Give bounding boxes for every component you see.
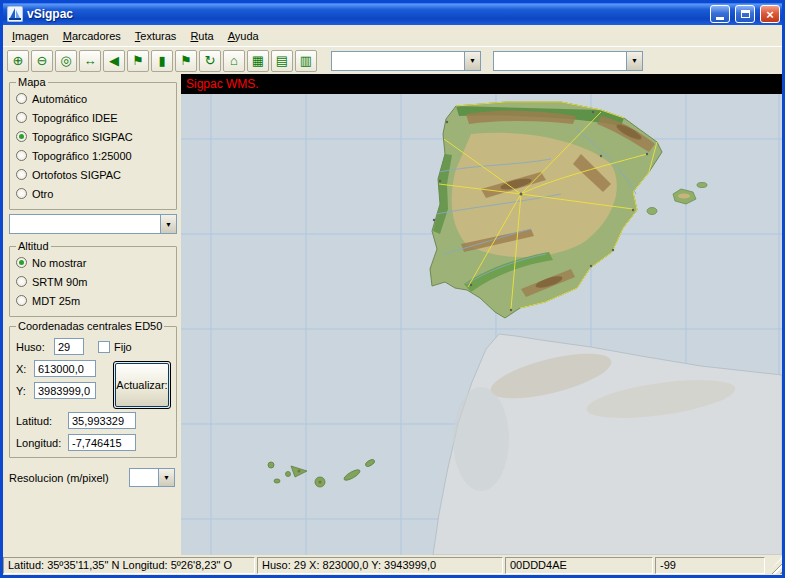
option-label: Topográfico 1:25000 xyxy=(32,150,132,162)
mapa-option-otro[interactable]: Otro xyxy=(16,184,170,203)
resize-grip[interactable] xyxy=(767,557,782,574)
latitud-label: Latitud: xyxy=(16,415,64,427)
menu-imagen[interactable]: Imagen xyxy=(5,28,56,44)
previous-view-button[interactable]: ◀ xyxy=(103,50,125,72)
map-source-combo[interactable]: ▼ xyxy=(9,214,177,234)
huso-label: Huso: xyxy=(16,341,50,353)
radio-icon xyxy=(16,188,27,199)
latitud-input[interactable] xyxy=(68,412,136,429)
fijo-checkbox[interactable] xyxy=(98,341,110,353)
radio-checked-icon xyxy=(16,257,27,268)
maximize-icon xyxy=(741,10,750,18)
toolbar-combo-2[interactable]: ▼ xyxy=(493,51,643,71)
menu-bar: Imagen Marcadores Texturas Ruta Ayuda xyxy=(3,25,782,46)
radio-icon xyxy=(16,276,27,287)
option-label: Topográfico IDEE xyxy=(32,112,118,124)
refresh-icon: ↻ xyxy=(205,53,216,68)
resolucion-combo-value xyxy=(130,469,158,486)
y-input[interactable] xyxy=(34,382,96,399)
home-button[interactable]: ⌂ xyxy=(223,50,245,72)
altitud-option-no-mostrar[interactable]: No mostrar xyxy=(16,253,170,272)
export-button[interactable]: ▥ xyxy=(295,50,317,72)
print-button[interactable]: ▤ xyxy=(271,50,293,72)
chevron-down-icon[interactable]: ▼ xyxy=(626,52,642,70)
status-cursor-latlon: Latitud: 35º35'11,35" N Longitud: 5º26'8… xyxy=(3,557,255,574)
zoom-in-icon: ⊕ xyxy=(13,53,24,68)
option-label: SRTM 90m xyxy=(32,276,87,288)
save-button[interactable]: ▦ xyxy=(247,50,269,72)
markers-icon: ⚑ xyxy=(180,53,192,68)
x-label: X: xyxy=(16,363,30,375)
zoom-select-icon: ◎ xyxy=(60,53,71,68)
map-area: Sigpac WMS. xyxy=(181,74,782,555)
menu-marcadores[interactable]: Marcadores xyxy=(56,28,128,44)
chevron-down-icon[interactable]: ▼ xyxy=(464,52,480,70)
resolucion-row: Resolucion (m/pixel) ▼ xyxy=(9,468,177,487)
map-status-strip: Sigpac WMS. xyxy=(181,74,782,94)
altitud-groupbox: Altitud No mostrar SRTM 90m MDT 25m xyxy=(9,240,177,317)
longitud-input[interactable] xyxy=(68,434,136,451)
sidebar: Mapa Automático Topográfico IDEE Topográ… xyxy=(3,74,181,555)
status-bar: Latitud: 35º35'11,35" N Longitud: 5º26'8… xyxy=(3,555,782,575)
content-area: Mapa Automático Topográfico IDEE Topográ… xyxy=(3,74,782,555)
wms-layer-label: Sigpac WMS. xyxy=(186,77,259,91)
option-label: Otro xyxy=(32,188,53,200)
mapa-option-topografico-idee[interactable]: Topográfico IDEE xyxy=(16,108,170,127)
window-title: vSigpac xyxy=(27,7,705,21)
x-input[interactable] xyxy=(34,360,96,377)
mapa-option-topografico-25000[interactable]: Topográfico 1:25000 xyxy=(16,146,170,165)
refresh-button[interactable]: ↻ xyxy=(199,50,221,72)
option-label: Topográfico SIGPAC xyxy=(32,131,133,143)
resolucion-combo[interactable]: ▼ xyxy=(129,468,175,487)
fijo-label: Fijo xyxy=(114,341,132,353)
minimize-button[interactable] xyxy=(710,5,730,23)
mapa-option-ortofotos-sigpac[interactable]: Ortofotos SIGPAC xyxy=(16,165,170,184)
mapa-option-topografico-sigpac[interactable]: Topográfico SIGPAC xyxy=(16,127,170,146)
combo-2-value xyxy=(494,52,626,70)
combo-1-value xyxy=(332,52,464,70)
title-bar[interactable]: vSigpac × xyxy=(3,3,782,25)
pause-button[interactable]: ▮ xyxy=(151,50,173,72)
zoom-out-icon: ⊖ xyxy=(37,53,48,68)
altitud-option-srtm-90m[interactable]: SRTM 90m xyxy=(16,272,170,291)
mapa-legend: Mapa xyxy=(16,76,48,88)
chevron-down-icon[interactable]: ▼ xyxy=(160,215,176,233)
menu-ruta[interactable]: Ruta xyxy=(183,28,220,44)
altitud-option-mdt-25m[interactable]: MDT 25m xyxy=(16,291,170,310)
menu-ayuda[interactable]: Ayuda xyxy=(221,28,266,44)
markers-button[interactable]: ⚑ xyxy=(175,50,197,72)
status-misc-value: -99 xyxy=(655,557,765,574)
pan-button[interactable]: ↔ xyxy=(79,50,101,72)
zoom-in-button[interactable]: ⊕ xyxy=(7,50,29,72)
toolbar-combo-1[interactable]: ▼ xyxy=(331,51,481,71)
mapa-option-automatico[interactable]: Automático xyxy=(16,89,170,108)
save-icon: ▦ xyxy=(252,53,264,68)
altitud-legend: Altitud xyxy=(16,240,51,252)
actualizar-button[interactable]: Actualizar: xyxy=(115,363,169,407)
add-marker-button[interactable]: ⚑ xyxy=(127,50,149,72)
app-logo-icon xyxy=(7,6,23,22)
y-label: Y: xyxy=(16,385,30,397)
menu-texturas[interactable]: Texturas xyxy=(128,28,184,44)
maximize-button[interactable] xyxy=(735,5,755,23)
export-icon: ▥ xyxy=(300,53,312,68)
minimize-icon xyxy=(716,17,724,20)
resolucion-label: Resolucion (m/pixel) xyxy=(9,472,109,484)
huso-input[interactable] xyxy=(54,338,84,355)
chevron-down-icon[interactable]: ▼ xyxy=(158,469,174,486)
zoom-select-button[interactable]: ◎ xyxy=(55,50,77,72)
map-canvas[interactable] xyxy=(181,94,782,555)
pan-icon: ↔ xyxy=(84,53,97,68)
close-button[interactable]: × xyxy=(760,5,780,23)
toolbar: ⊕ ⊖ ◎ ↔ ◀ ⚑ ▮ ⚑ ↻ ⌂ ▦ ▤ ▥ ▼ ▼ xyxy=(3,46,782,74)
coordenadas-legend: Coordenadas centrales ED50 xyxy=(16,320,164,332)
coordenadas-groupbox: Coordenadas centrales ED50 Huso: Fijo X:… xyxy=(9,320,177,458)
zoom-out-button[interactable]: ⊖ xyxy=(31,50,53,72)
actualizar-focus-ring: Actualizar: xyxy=(113,361,171,409)
app-window: vSigpac × Imagen Marcadores Texturas Rut… xyxy=(0,0,785,578)
map-source-combo-value xyxy=(10,215,160,233)
close-icon: × xyxy=(766,8,774,21)
mapa-groupbox: Mapa Automático Topográfico IDEE Topográ… xyxy=(9,76,177,210)
pause-icon: ▮ xyxy=(158,53,165,68)
option-label: No mostrar xyxy=(32,257,86,269)
